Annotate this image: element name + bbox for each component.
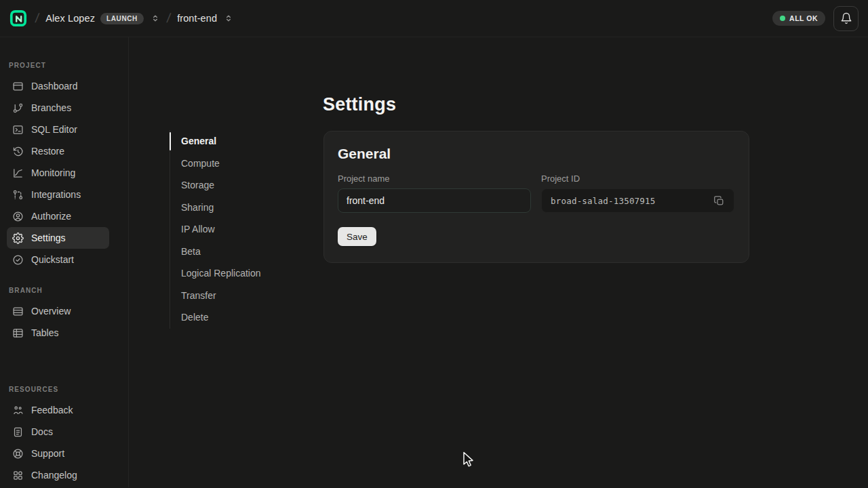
- sidebar-item-feedback[interactable]: Feedback: [7, 399, 109, 421]
- chevron-up-down-icon: [224, 13, 233, 24]
- sidebar-item-label: Monitoring: [31, 167, 75, 178]
- subnav-item-sharing[interactable]: Sharing: [170, 197, 275, 219]
- status-label: ALL OK: [789, 14, 818, 22]
- neon-logo[interactable]: [8, 8, 28, 28]
- sidebar-item-label: Integrations: [31, 189, 81, 200]
- sidebar: PROJECT Dashboard Branches SQL Editor Re…: [0, 37, 129, 487]
- sidebar-item-label: Settings: [31, 232, 66, 243]
- tables-icon: [12, 327, 24, 339]
- org-switcher[interactable]: Alex Lopez LAUNCH: [45, 13, 160, 24]
- subnav-item-ip-allow[interactable]: IP Allow: [170, 218, 275, 241]
- dashboard-icon: [12, 81, 24, 92]
- sidebar-item-restore[interactable]: Restore: [7, 140, 109, 162]
- project-name-field: Project name: [338, 174, 531, 213]
- sidebar-item-sql-editor[interactable]: SQL Editor: [7, 119, 109, 140]
- subnav-item-logical-replication[interactable]: Logical Replication: [170, 262, 275, 285]
- project-switcher[interactable]: front-end: [177, 13, 233, 24]
- org-name: Alex Lopez: [45, 13, 95, 24]
- overview-icon: [12, 306, 24, 317]
- sidebar-item-label: Tables: [31, 327, 58, 338]
- project-id-box: broad-salad-13507915: [541, 188, 734, 213]
- mouse-cursor: [462, 451, 477, 469]
- sidebar-item-settings[interactable]: Settings: [7, 227, 109, 249]
- sidebar-item-dashboard[interactable]: Dashboard: [7, 75, 109, 97]
- sidebar-item-authorize[interactable]: Authorize: [7, 205, 109, 227]
- project-name-input[interactable]: [338, 188, 531, 213]
- sidebar-section-title: BRANCH: [7, 287, 109, 294]
- sidebar-section-branch: BRANCH Overview Tables: [7, 287, 109, 344]
- project-name: front-end: [177, 13, 217, 24]
- bell-icon: [840, 12, 852, 24]
- sidebar-item-label: Feedback: [31, 405, 73, 415]
- sidebar-item-label: Restore: [31, 146, 64, 157]
- sidebar-item-label: SQL Editor: [31, 124, 77, 135]
- sidebar-item-support[interactable]: Support: [7, 443, 109, 464]
- subnav-item-compute[interactable]: Compute: [170, 152, 275, 175]
- project-id-label: Project ID: [541, 174, 734, 184]
- subnav-item-beta[interactable]: Beta: [170, 241, 275, 263]
- branches-icon: [12, 102, 24, 114]
- card-title: General: [338, 146, 735, 162]
- sidebar-item-integrations[interactable]: Integrations: [7, 184, 109, 205]
- sidebar-item-label: Docs: [31, 426, 53, 437]
- org-plan-badge: LAUNCH: [100, 13, 144, 24]
- sidebar-item-label: Branches: [31, 102, 71, 113]
- sidebar-item-label: Support: [31, 448, 64, 459]
- sidebar-section-title: RESOURCES: [7, 386, 109, 393]
- sidebar-section-project: PROJECT Dashboard Branches SQL Editor Re…: [7, 62, 109, 270]
- status-dot-icon: [780, 16, 785, 21]
- feedback-icon: [12, 405, 24, 416]
- sidebar-item-label: Changelog: [31, 470, 77, 481]
- subnav-item-general[interactable]: General: [170, 130, 275, 152]
- sidebar-item-label: Overview: [31, 306, 71, 317]
- sidebar-item-monitoring[interactable]: Monitoring: [7, 162, 109, 184]
- sidebar-section-resources: RESOURCES Feedback Docs Support Changelo…: [7, 386, 109, 486]
- page-title: Settings: [323, 94, 396, 115]
- breadcrumb-slash: /: [34, 11, 39, 26]
- monitoring-icon: [12, 167, 24, 179]
- quickstart-icon: [12, 254, 24, 266]
- save-button[interactable]: Save: [338, 227, 376, 246]
- sidebar-item-overview[interactable]: Overview: [7, 300, 109, 322]
- subnav-item-transfer[interactable]: Transfer: [170, 285, 275, 307]
- settings-icon: [12, 232, 24, 244]
- settings-subnav: General Compute Storage Sharing IP Allow…: [170, 130, 275, 329]
- top-bar: / Alex Lopez LAUNCH / front-end ALL OK: [0, 0, 868, 37]
- subnav-item-delete[interactable]: Delete: [170, 306, 275, 329]
- copy-project-id-button[interactable]: [711, 193, 727, 209]
- system-status-badge[interactable]: ALL OK: [772, 11, 825, 26]
- sidebar-item-label: Quickstart: [31, 254, 74, 265]
- restore-icon: [12, 146, 24, 157]
- authorize-icon: [12, 211, 24, 222]
- sidebar-section-title: PROJECT: [7, 62, 109, 69]
- sql-editor-icon: [12, 124, 24, 136]
- sidebar-item-quickstart[interactable]: Quickstart: [7, 249, 109, 270]
- copy-icon: [713, 195, 725, 207]
- sidebar-item-docs[interactable]: Docs: [7, 421, 109, 443]
- main-content: Settings General Compute Storage Sharing…: [129, 37, 868, 487]
- sidebar-item-branches[interactable]: Branches: [7, 97, 109, 119]
- breadcrumb-slash: /: [165, 11, 171, 26]
- sidebar-item-label: Authorize: [31, 211, 71, 222]
- project-name-label: Project name: [338, 174, 531, 184]
- sidebar-item-changelog[interactable]: Changelog: [7, 464, 109, 486]
- chevron-up-down-icon: [151, 13, 160, 24]
- sidebar-item-tables[interactable]: Tables: [7, 322, 109, 344]
- notifications-button[interactable]: [833, 6, 859, 31]
- changelog-icon: [12, 470, 24, 481]
- project-id-value: broad-salad-13507915: [551, 196, 656, 206]
- docs-icon: [12, 426, 24, 438]
- subnav-item-storage[interactable]: Storage: [170, 174, 275, 197]
- general-settings-card: General Project name Project ID broad-sa…: [323, 131, 749, 263]
- integrations-icon: [12, 189, 24, 201]
- sidebar-item-label: Dashboard: [31, 81, 78, 92]
- support-icon: [12, 448, 24, 460]
- project-id-field: Project ID broad-salad-13507915: [541, 174, 734, 213]
